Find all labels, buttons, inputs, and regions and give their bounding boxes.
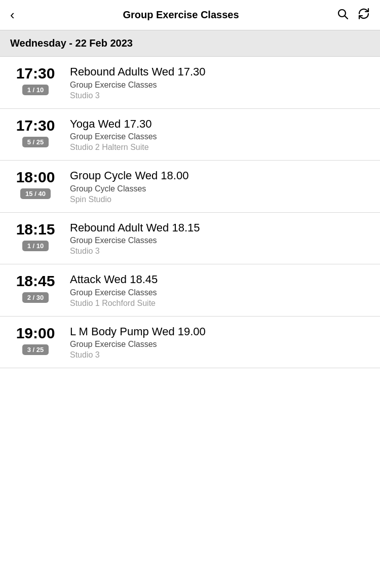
class-category: Group Exercise Classes — [70, 340, 370, 349]
class-name: L M Body Pump Wed 19.00 — [70, 325, 370, 339]
class-info: Rebound Adult Wed 18.15 Group Exercise C… — [70, 221, 370, 256]
class-name: Group Cycle Wed 18.00 — [70, 169, 370, 183]
back-button[interactable]: ‹ — [10, 7, 32, 23]
class-badge: 5 / 25 — [22, 137, 49, 147]
class-time: 18:00 — [16, 169, 55, 185]
class-location: Studio 3 — [70, 350, 370, 360]
header: ‹ Group Exercise Classes — [0, 0, 380, 30]
class-category: Group Exercise Classes — [70, 81, 370, 90]
class-category: Group Exercise Classes — [70, 236, 370, 245]
class-location: Studio 3 — [70, 91, 370, 100]
class-badge: 1 / 10 — [22, 85, 49, 95]
class-info: Rebound Adults Wed 17.30 Group Exercise … — [70, 65, 370, 100]
class-time: 18:15 — [16, 221, 55, 238]
class-badge: 15 / 40 — [20, 188, 51, 199]
class-item[interactable]: 17:30 1 / 10 Rebound Adults Wed 17.30 Gr… — [0, 57, 380, 109]
class-time-col: 17:30 1 / 10 — [10, 65, 61, 95]
class-list: 17:30 1 / 10 Rebound Adults Wed 17.30 Gr… — [0, 57, 380, 368]
class-name: Rebound Adult Wed 18.15 — [70, 221, 370, 235]
class-time-col: 18:45 2 / 30 — [10, 272, 61, 303]
class-info: Yoga Wed 17.30 Group Exercise Classes St… — [70, 117, 370, 152]
class-badge: 2 / 30 — [22, 292, 49, 303]
refresh-icon[interactable] — [358, 8, 370, 23]
class-location: Studio 1 Rochford Suite — [70, 299, 370, 308]
date-header: Wednesday - 22 Feb 2023 — [0, 30, 380, 57]
class-info: Attack Wed 18.45 Group Exercise Classes … — [70, 272, 370, 308]
class-time-col: 17:30 5 / 25 — [10, 117, 61, 147]
class-name: Yoga Wed 17.30 — [70, 117, 370, 131]
class-name: Attack Wed 18.45 — [70, 272, 370, 287]
class-location: Spin Studio — [70, 195, 370, 204]
date-label: Wednesday - 22 Feb 2023 — [10, 37, 133, 49]
class-time: 17:30 — [16, 117, 55, 134]
svg-line-1 — [345, 16, 348, 19]
class-time-col: 18:00 15 / 40 — [10, 169, 61, 199]
class-category: Group Exercise Classes — [70, 288, 370, 297]
class-time-col: 18:15 1 / 10 — [10, 221, 61, 251]
class-badge: 3 / 25 — [22, 344, 49, 355]
class-item[interactable]: 19:00 3 / 25 L M Body Pump Wed 19.00 Gro… — [0, 317, 380, 369]
class-info: Group Cycle Wed 18.00 Group Cycle Classe… — [70, 169, 370, 204]
class-item[interactable]: 17:30 5 / 25 Yoga Wed 17.30 Group Exerci… — [0, 109, 380, 161]
class-item[interactable]: 18:45 2 / 30 Attack Wed 18.45 Group Exer… — [0, 264, 380, 317]
search-icon[interactable] — [336, 8, 349, 23]
header-icons — [329, 8, 370, 23]
class-time: 18:45 — [16, 272, 55, 289]
class-item[interactable]: 18:00 15 / 40 Group Cycle Wed 18.00 Grou… — [0, 161, 380, 213]
class-category: Group Cycle Classes — [70, 184, 370, 193]
page-title: Group Exercise Classes — [32, 9, 329, 21]
class-time-col: 19:00 3 / 25 — [10, 325, 61, 355]
class-time: 17:30 — [16, 65, 55, 82]
class-location: Studio 2 Haltern Suite — [70, 143, 370, 152]
class-item[interactable]: 18:15 1 / 10 Rebound Adult Wed 18.15 Gro… — [0, 213, 380, 265]
class-info: L M Body Pump Wed 19.00 Group Exercise C… — [70, 325, 370, 360]
class-name: Rebound Adults Wed 17.30 — [70, 65, 370, 79]
class-category: Group Exercise Classes — [70, 132, 370, 141]
class-badge: 1 / 10 — [22, 241, 49, 251]
class-time: 19:00 — [16, 325, 55, 341]
class-location: Studio 3 — [70, 247, 370, 256]
